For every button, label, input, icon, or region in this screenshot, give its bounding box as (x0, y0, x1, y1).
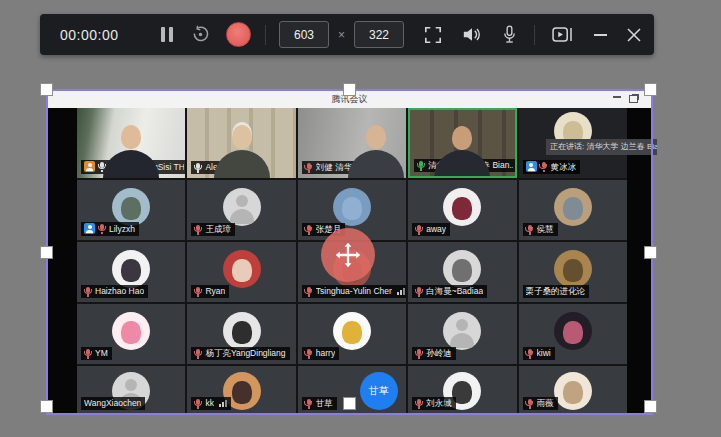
window-restore-icon[interactable] (629, 95, 638, 103)
participant-tile[interactable]: harry (298, 304, 406, 364)
avatar-image (563, 197, 583, 220)
participant-label: 刘健 清华建筑 (302, 161, 373, 174)
mic-muted-icon (196, 287, 200, 293)
close-button[interactable] (627, 28, 641, 42)
participant-name: 白海曼~Badiaa (426, 286, 483, 296)
participant-name: 栗子桑的进化论 (526, 286, 586, 296)
participant-label: 栗子桑的进化论 (523, 285, 590, 298)
participant-name: kiwi (537, 348, 551, 358)
avatar-text: 甘草 (369, 384, 389, 398)
mic-muted-icon (100, 224, 104, 230)
participant-tile[interactable]: 孙岭迪 (408, 304, 516, 364)
network-signal-icon (397, 288, 405, 295)
participant-name: 梁思思 LiangSisi THU (109, 162, 184, 172)
avatar-image (232, 259, 252, 282)
participant-tile[interactable]: kiwi (519, 304, 627, 364)
participant-tile[interactable]: YM (77, 304, 185, 364)
speaker-button[interactable] (462, 26, 482, 43)
mic-muted-icon (196, 349, 200, 355)
participant-label: 梁思思 LiangSisi THU (81, 160, 185, 174)
resize-handle-mid-right[interactable] (644, 246, 657, 259)
participant-tile[interactable]: 栗子桑的进化论 (519, 242, 627, 302)
avatar (223, 250, 261, 288)
participant-name: Lilyzxh (109, 224, 135, 234)
participant-tile[interactable]: 杨丁亮YangDingliang (187, 304, 295, 364)
microphone-button[interactable] (502, 25, 517, 44)
move-arrows-icon (334, 241, 362, 269)
video-tile-active-speaker[interactable]: 清华大学 边兰春 Bian... (408, 108, 516, 178)
avatar-image (121, 321, 141, 344)
participant-tile[interactable]: 王成璋 (187, 180, 295, 240)
participant-label: 侯慧 (523, 223, 558, 236)
open-player-button[interactable] (552, 26, 573, 43)
text-avatar: 甘草 (360, 372, 398, 410)
participant-name: 杨丁亮YangDingliang (205, 348, 285, 358)
mic-muted-icon (307, 399, 311, 405)
resize-handle-bottom-center[interactable] (343, 397, 356, 410)
mic-muted-icon (307, 287, 311, 293)
network-signal-icon (219, 400, 227, 407)
avatar-image (342, 321, 362, 344)
record-button[interactable] (226, 22, 251, 47)
minimize-button[interactable] (573, 34, 607, 36)
participant-label: 雨薇 (523, 397, 558, 410)
video-tile[interactable]: 刘健 清华建筑 (298, 108, 406, 178)
fullscreen-button[interactable] (424, 26, 442, 44)
participant-tile[interactable]: 白海曼~Badiaa (408, 242, 516, 302)
avatar (443, 188, 481, 226)
mic-muted-icon (417, 399, 421, 405)
capture-width-input[interactable] (279, 21, 329, 48)
video-tile[interactable]: Alexkrieger (187, 108, 295, 178)
resize-handle-top-center[interactable] (343, 83, 356, 96)
capture-height-input[interactable] (354, 21, 404, 48)
pause-button[interactable] (160, 27, 174, 42)
mic-muted-icon (528, 225, 532, 231)
video-tile[interactable]: 梁思思 LiangSisi THU (77, 108, 185, 178)
participant-tile[interactable]: kk (187, 366, 295, 413)
mic-muted-icon (86, 287, 90, 293)
mic-muted-icon (417, 349, 421, 355)
mic-muted-icon (528, 399, 532, 405)
avatar-image (563, 321, 583, 344)
avatar (223, 312, 261, 350)
participant-name: Tsinghua-Yulin Chen (316, 286, 392, 296)
participant-tile[interactable]: 侯慧 (519, 180, 627, 240)
host-badge-icon (84, 161, 95, 172)
participant-tile[interactable]: Ryan (187, 242, 295, 302)
member-badge-icon (84, 223, 95, 234)
avatar-image (232, 381, 252, 404)
window-minimize-icon[interactable] (613, 96, 621, 98)
avatar-image (121, 197, 141, 220)
resize-handle-bottom-left[interactable] (40, 400, 53, 413)
avatar-image (563, 259, 583, 282)
move-region-indicator[interactable] (321, 228, 375, 282)
player-icon (552, 26, 573, 43)
avatar-image (563, 381, 583, 404)
resize-handle-top-right[interactable] (644, 83, 657, 96)
avatar (554, 372, 592, 410)
participant-tile[interactable]: 刘永城 (408, 366, 516, 413)
resize-handle-bottom-right[interactable] (644, 400, 657, 413)
avatar-image (342, 197, 362, 220)
restart-icon (191, 25, 210, 44)
participant-tile[interactable]: away (408, 180, 516, 240)
participant-tile[interactable]: WangXiaochen (77, 366, 185, 413)
participant-tile[interactable]: 雨薇 (519, 366, 627, 413)
divider (534, 25, 535, 45)
mic-muted-icon (542, 162, 546, 168)
recorder-toolbar: 00:00:00 × (40, 14, 654, 55)
restart-button[interactable] (191, 25, 210, 44)
resize-handle-top-left[interactable] (40, 83, 53, 96)
member-badge-icon (526, 161, 537, 172)
mic-muted-icon (307, 349, 311, 355)
mic-on-icon (419, 161, 423, 167)
participant-tile[interactable]: Haizhao Hao (77, 242, 185, 302)
avatar (554, 312, 592, 350)
mic-muted-icon (196, 225, 200, 231)
recording-timer: 00:00:00 (60, 27, 138, 43)
participant-tile[interactable]: Lilyzxh (77, 180, 185, 240)
participant-label: 刘永城 (412, 397, 456, 410)
desktop: 00:00:00 × (0, 0, 721, 437)
mic-muted-icon (196, 399, 200, 405)
resize-handle-mid-left[interactable] (40, 246, 53, 259)
